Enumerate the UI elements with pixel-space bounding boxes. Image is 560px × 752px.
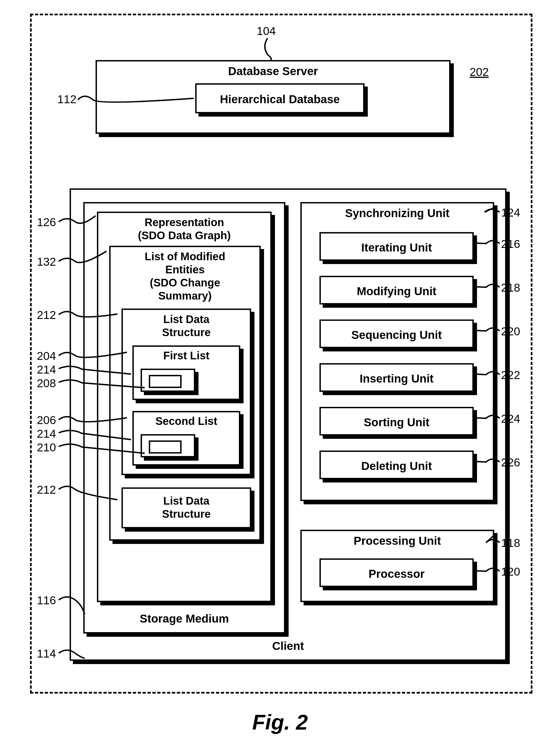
ref-222: 222 bbox=[501, 369, 520, 382]
hierarchical-database-box: Hierarchical Database bbox=[195, 83, 364, 113]
ref-226: 226 bbox=[501, 456, 520, 469]
list-modified-entities-label: List of Modified Entities (SDO Change Su… bbox=[111, 247, 259, 302]
iterating-unit-box: Iterating Unit bbox=[319, 232, 474, 261]
ref-214-upper: 214 bbox=[37, 363, 56, 376]
deleting-unit-label: Deleting Unit bbox=[321, 452, 472, 473]
modifying-unit-box: Modifying Unit bbox=[319, 276, 474, 304]
list-data-structure-upper-label: List Data Structure bbox=[123, 310, 250, 339]
ref-212-lower: 212 bbox=[37, 483, 56, 496]
storage-medium-label: Storage Medium bbox=[85, 612, 284, 625]
inserting-unit-box: Inserting Unit bbox=[319, 363, 474, 392]
ref-132: 132 bbox=[37, 255, 56, 269]
ref-114: 114 bbox=[37, 647, 56, 660]
ref-212-upper: 212 bbox=[37, 309, 56, 322]
processing-unit-box: Processing Unit Processor bbox=[300, 530, 494, 602]
hierarchical-database-label: Hierarchical Database bbox=[197, 85, 363, 106]
ref-216: 216 bbox=[501, 238, 520, 251]
first-list-box: First List bbox=[133, 345, 240, 400]
sequencing-unit-label: Sequencing Unit bbox=[321, 321, 472, 342]
sorting-unit-label: Sorting Unit bbox=[321, 408, 472, 429]
inserting-unit-label: Inserting Unit bbox=[321, 364, 472, 385]
first-list-reference-box bbox=[141, 369, 195, 392]
ref-204: 204 bbox=[37, 350, 56, 363]
second-list-box: Second List bbox=[133, 411, 240, 466]
list-data-structure-upper: List Data Structure First List bbox=[121, 309, 251, 475]
modifying-unit-label: Modifying Unit bbox=[321, 277, 472, 298]
list-data-structure-lower: List Data Structure bbox=[121, 488, 251, 528]
database-server-label: Database Server bbox=[97, 61, 449, 78]
client-label: Client bbox=[71, 639, 505, 653]
ref-116: 116 bbox=[37, 594, 56, 607]
ref-118: 118 bbox=[501, 537, 520, 550]
synchronizing-unit-box: Synchronizing Unit Iterating Unit Modify… bbox=[300, 202, 494, 501]
processor-label: Processor bbox=[321, 560, 472, 580]
list-data-structure-lower-label: List Data Structure bbox=[123, 489, 250, 520]
diagram-canvas: 104 202 Database Server Hierarchical Dat… bbox=[0, 0, 560, 752]
ref-208: 208 bbox=[37, 377, 56, 390]
ref-214-lower: 214 bbox=[37, 427, 56, 440]
ref-206: 206 bbox=[37, 414, 56, 427]
ref-120: 120 bbox=[501, 565, 520, 578]
processing-unit-label: Processing Unit bbox=[302, 531, 493, 548]
first-list-inner-ref bbox=[149, 375, 182, 388]
list-modified-entities-box: List of Modified Entities (SDO Change Su… bbox=[109, 246, 261, 541]
second-list-label: Second List bbox=[134, 412, 239, 427]
representation-label: Representation (SDO Data Graph) bbox=[98, 213, 270, 242]
database-server-box: Database Server Hierarchical Database bbox=[96, 60, 451, 134]
first-list-label: First List bbox=[134, 347, 239, 362]
sorting-unit-box: Sorting Unit bbox=[319, 407, 474, 436]
second-list-inner-ref bbox=[149, 440, 182, 454]
ref-220: 220 bbox=[501, 325, 520, 338]
ref-124: 124 bbox=[501, 206, 520, 219]
ref-112: 112 bbox=[57, 93, 77, 106]
iterating-unit-label: Iterating Unit bbox=[321, 234, 472, 254]
ref-202: 202 bbox=[469, 65, 489, 79]
ref-126: 126 bbox=[37, 216, 56, 229]
ref-224: 224 bbox=[501, 412, 520, 426]
storage-medium-box: Storage Medium Representation (SDO Data … bbox=[83, 202, 285, 633]
ref-210: 210 bbox=[37, 441, 56, 454]
client-box: Client Storage Medium Representation (SD… bbox=[69, 189, 506, 661]
second-list-reference-box bbox=[141, 434, 195, 457]
synchronizing-unit-label: Synchronizing Unit bbox=[302, 203, 493, 220]
ref-104: 104 bbox=[257, 24, 276, 38]
figure-caption: Fig. 2 bbox=[0, 710, 560, 735]
ref-218: 218 bbox=[501, 281, 520, 294]
sequencing-unit-box: Sequencing Unit bbox=[319, 319, 474, 348]
processor-box: Processor bbox=[319, 558, 474, 587]
representation-box: Representation (SDO Data Graph) List of … bbox=[97, 212, 272, 602]
deleting-unit-box: Deleting Unit bbox=[319, 451, 474, 479]
